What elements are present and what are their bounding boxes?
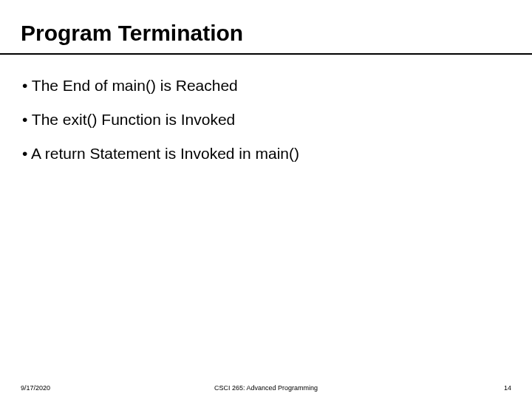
- bullet-list: The End of main() is Reached The exit() …: [21, 77, 511, 163]
- slide-body: The End of main() is Reached The exit() …: [21, 77, 511, 163]
- bullet-item: A return Statement is Invoked in main(): [21, 145, 511, 163]
- slide: Program Termination The End of main() is…: [0, 0, 532, 399]
- title-underline: [0, 53, 532, 55]
- bullet-item: The exit() Function is Invoked: [21, 111, 511, 129]
- footer-date: 9/17/2020: [21, 384, 50, 392]
- slide-footer: 9/17/2020 CSCI 265: Advanced Programming…: [0, 384, 532, 392]
- footer-page-number: 14: [504, 384, 511, 392]
- slide-title: Program Termination: [21, 21, 511, 50]
- bullet-item: The End of main() is Reached: [21, 77, 511, 95]
- footer-course: CSCI 265: Advanced Programming: [214, 384, 318, 392]
